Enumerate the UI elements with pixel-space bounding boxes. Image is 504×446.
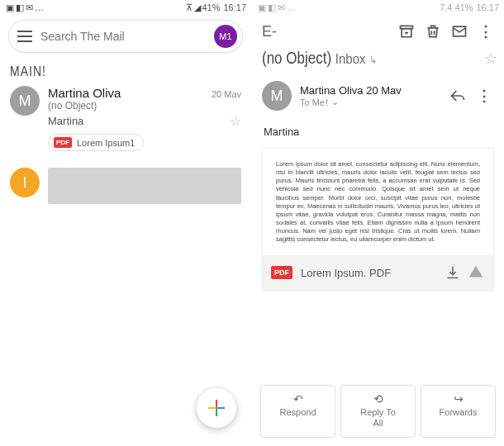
reply-icon-button[interactable] — [446, 84, 469, 107]
message-overflow-button[interactable]: ⋮ — [473, 84, 496, 107]
save-to-drive-button[interactable] — [467, 263, 485, 282]
search-container: Search The Mail M1 — [0, 15, 251, 56]
inbox-panel: ▣ ◧ ✉ … ⊼ ◢ 41% 16:17 Search The Mail M1… — [0, 0, 252, 446]
statusbar-right: ▣ ◧ ✉ … 7.4 41% 16:17 — [252, 0, 504, 15]
image-icon: ▣ — [258, 2, 266, 13]
attachment-preview[interactable]: Lorem ipsum dolor sit amet, consectetur … — [263, 149, 493, 255]
action-row: ↶ Respond ⟲ Reply ToAll ↪ Forwards — [260, 385, 496, 438]
archive-button[interactable] — [395, 20, 418, 43]
subject-row: (no Object) Inbox ↳ ☆ — [252, 46, 504, 69]
reply-button[interactable]: ↶ Respond — [260, 385, 335, 438]
star-icon[interactable]: ☆ — [230, 113, 241, 129]
delete-button[interactable] — [421, 20, 445, 43]
status-prefix: 7.4 — [440, 2, 452, 12]
sender-name: Martina Oliva — [48, 86, 208, 100]
mark-unread-button[interactable] — [448, 20, 471, 43]
search-bar[interactable]: Search The Mail M1 — [8, 20, 243, 53]
overflow-button[interactable]: ⋮ — [474, 20, 497, 43]
sender-avatar[interactable]: M — [262, 81, 292, 111]
attachment-name: Lorem Ipsum1 — [77, 138, 135, 148]
plus-icon — [208, 400, 225, 416]
user-icon: ◧ — [16, 2, 24, 13]
battery-text: 41% — [454, 2, 473, 12]
subject-text: (no Object) Inbox ↳ — [262, 50, 479, 69]
mail-subject: (no Object) — [48, 99, 241, 112]
mail-icon: ✉ — [26, 2, 33, 13]
more-icon: … — [287, 2, 296, 12]
compose-button[interactable] — [197, 388, 236, 428]
attachment-card: Lorem ipsum dolor sit amet, consectetur … — [262, 148, 494, 291]
chevron-down-icon: ⌄ — [331, 97, 339, 107]
message-header: M Martina Oliva 20 Mav To Me!⌄ ⋮ — [252, 69, 504, 116]
mail-date: 20 Mav — [212, 89, 241, 99]
reply-all-icon: ⟲ — [343, 392, 413, 406]
message-panel: ▣ ◧ ✉ … 7.4 41% 16:17 E- ⋮ (no Object) I… — [252, 0, 504, 446]
from-text: Martina Oliva 20 Mav — [300, 84, 445, 97]
clock-text: 16:17 — [476, 2, 499, 12]
forward-icon: ↪ — [423, 392, 493, 406]
image-icon: ▣ — [6, 2, 14, 13]
sender-avatar[interactable]: M — [10, 86, 40, 116]
attachment-bar: PDF Lorem Ipsum. PDF — [263, 255, 493, 290]
account-avatar[interactable]: M1 — [214, 25, 237, 48]
pdf-icon: PDF — [54, 137, 72, 148]
mail-item-2[interactable]: I — [0, 163, 251, 207]
message-toolbar: E- ⋮ — [252, 15, 504, 46]
menu-icon[interactable] — [17, 31, 32, 42]
search-input[interactable]: Search The Mail — [40, 30, 214, 43]
more-icon: … — [35, 2, 44, 12]
recipient-expand[interactable]: To Me!⌄ — [300, 97, 445, 107]
clock-text: 16:17 — [223, 2, 246, 12]
user-icon: ◧ — [268, 2, 276, 13]
redacted-content — [48, 168, 241, 204]
battery-text: 41% — [202, 2, 220, 12]
message-body-line: Martina — [252, 116, 504, 143]
star-icon[interactable]: ☆ — [484, 50, 497, 68]
sender-avatar[interactable]: I — [10, 168, 40, 197]
reply-all-button[interactable]: ⟲ Reply ToAll — [340, 385, 416, 438]
pdf-icon: PDF — [271, 266, 292, 279]
attachment-chip[interactable]: PDF Lorem Ipsum1 — [48, 134, 144, 151]
download-button[interactable] — [444, 263, 462, 282]
mail-snippet: Martina — [48, 115, 226, 127]
brand-text: E- — [262, 23, 393, 40]
mail-item-1[interactable]: M Martina Oliva 20 Mav (no Object) Marti… — [0, 81, 251, 154]
section-header: MAIN! — [0, 55, 251, 83]
attachment-filename[interactable]: Lorem Ipsum. PDF — [301, 267, 439, 279]
wifi-half-icon: ⊼ — [186, 2, 193, 13]
mail-icon: ✉ — [278, 2, 285, 13]
forward-button[interactable]: ↪ Forwards — [421, 385, 496, 438]
signal-icon: ◢ — [194, 2, 201, 13]
statusbar-left: ▣ ◧ ✉ … ⊼ ◢ 41% 16:17 — [0, 0, 251, 15]
reply-icon: ↶ — [263, 392, 333, 406]
